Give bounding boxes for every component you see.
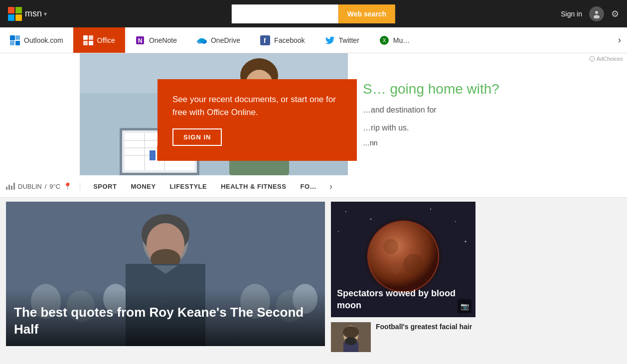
nav-facebook-label: Facebook xyxy=(274,36,305,44)
ad-subtext: …and destination for xyxy=(363,104,612,116)
nav-facebook[interactable]: f Facebook xyxy=(250,27,314,53)
onenote-icon: N xyxy=(135,35,145,45)
main-article-headline: The best quotes from Roy Keane's The Sec… xyxy=(14,304,317,338)
blood-moon-caption: Spectators wowed by blood moon xyxy=(331,282,475,317)
weather-city: DUBLIN xyxy=(18,183,42,190)
svg-point-60 xyxy=(430,209,431,210)
facebook-icon: f xyxy=(260,35,270,45)
nav-onenote-label: OneNote xyxy=(149,36,177,44)
secondary-article[interactable]: Football's greatest facial hair xyxy=(331,322,475,352)
svg-rect-7 xyxy=(15,35,20,40)
svg-text:X: X xyxy=(382,38,386,43)
weather-widget: DUBLIN / 9°C 📍 xyxy=(6,182,80,190)
nav-twitter-label: Twitter xyxy=(339,36,359,44)
ad-choices-label: AdChoices xyxy=(597,56,623,62)
svg-point-68 xyxy=(403,254,423,274)
weather-icon xyxy=(6,183,15,190)
secondary-article-text: Football's greatest facial hair xyxy=(376,322,475,332)
office-dropdown: See your recent documents, or start one … xyxy=(157,79,357,161)
xbox-icon: X xyxy=(379,35,389,45)
ad-heading: S… going home with? xyxy=(363,80,612,98)
svg-text:N: N xyxy=(138,37,143,44)
topbar: msn ▾ Web search Sign in ⚙ xyxy=(0,0,627,27)
msn-logo-icon xyxy=(8,7,22,21)
svg-point-58 xyxy=(345,211,346,212)
svg-point-74 xyxy=(345,337,357,345)
search-bar: Web search xyxy=(232,4,395,23)
category-nav: DUBLIN / 9°C 📍 SPORT MONEY LIFESTYLE HEA… xyxy=(0,175,627,198)
nav-twitter[interactable]: Twitter xyxy=(315,27,369,53)
svg-rect-0 xyxy=(8,7,14,13)
cat-fo[interactable]: FO… xyxy=(293,175,323,198)
nav-onedrive[interactable]: OneDrive xyxy=(187,27,250,53)
nav-office-label: Office xyxy=(97,36,115,44)
svg-point-61 xyxy=(455,221,456,222)
ad-subtext2: …rip with us. xyxy=(363,122,612,134)
office-icon xyxy=(83,35,93,45)
secondary-article-image xyxy=(331,322,371,352)
nav-xbox[interactable]: X Mu… xyxy=(369,27,420,53)
weather-separator: / xyxy=(45,183,47,190)
cat-more-button[interactable]: › xyxy=(325,181,336,192)
cat-lifestyle[interactable]: LIFESTYLE xyxy=(163,175,214,198)
secondary-article-svg xyxy=(331,322,371,352)
twitter-icon xyxy=(325,35,335,45)
svg-rect-2 xyxy=(8,14,14,21)
svg-point-59 xyxy=(370,219,372,220)
blood-moon-article[interactable]: Spectators wowed by blood moon 📷 xyxy=(331,202,475,317)
nav-onenote[interactable]: N OneNote xyxy=(125,27,187,53)
user-avatar[interactable] xyxy=(589,6,604,21)
svg-rect-13 xyxy=(89,41,93,45)
ad-text-area: S… going home with? …and destination for… xyxy=(348,53,627,175)
svg-rect-9 xyxy=(15,41,20,45)
office-dropdown-text: See your recent documents, or start one … xyxy=(172,93,342,119)
ad-choices[interactable]: i AdChoices xyxy=(589,56,623,62)
office-signin-button[interactable]: SIGN IN xyxy=(172,128,222,146)
navbar: Outlook.com Office N OneNote OneDrive f … xyxy=(0,27,627,53)
main-article[interactable]: The best quotes from Roy Keane's The Sec… xyxy=(6,202,325,352)
nav-outlook-label: Outlook.com xyxy=(24,36,63,44)
search-button[interactable]: Web search xyxy=(338,4,395,23)
topbar-right: Sign in ⚙ xyxy=(561,6,619,21)
outlook-icon xyxy=(10,35,20,45)
camera-icon: 📷 xyxy=(458,299,471,313)
main-article-image: The best quotes from Roy Keane's The Sec… xyxy=(6,202,325,346)
cat-money[interactable]: MONEY xyxy=(124,175,162,198)
blood-moon-headline: Spectators wowed by blood moon xyxy=(337,288,470,311)
svg-point-4 xyxy=(595,11,598,14)
search-input[interactable] xyxy=(232,4,338,23)
weather-pin-icon: 📍 xyxy=(63,182,72,190)
user-icon xyxy=(592,9,601,18)
svg-point-63 xyxy=(465,241,467,243)
svg-rect-6 xyxy=(10,35,15,40)
svg-rect-12 xyxy=(83,41,88,45)
settings-icon[interactable]: ⚙ xyxy=(611,8,619,19)
nav-onedrive-label: OneDrive xyxy=(211,36,240,44)
weather-temperature: 9°C xyxy=(49,183,60,190)
msn-chevron-icon: ▾ xyxy=(44,10,47,17)
news-area: The best quotes from Roy Keane's The Sec… xyxy=(0,202,627,352)
main-article-caption: The best quotes from Roy Keane's The Sec… xyxy=(6,289,325,346)
ad-choices-icon: i xyxy=(589,56,595,62)
svg-rect-1 xyxy=(15,7,22,13)
svg-text:i: i xyxy=(592,57,593,61)
svg-rect-8 xyxy=(10,41,14,45)
svg-point-67 xyxy=(383,239,398,254)
nav-xbox-label: Mu… xyxy=(393,36,410,44)
svg-point-72 xyxy=(343,326,359,338)
nav-more-button[interactable]: › xyxy=(612,27,627,53)
cat-sport[interactable]: SPORT xyxy=(86,175,124,198)
svg-rect-33 xyxy=(150,150,156,160)
secondary-article-headline: Football's greatest facial hair xyxy=(376,322,475,332)
cat-health[interactable]: HEALTH & FITNESS xyxy=(214,175,293,198)
svg-point-18 xyxy=(198,38,205,42)
svg-point-62 xyxy=(338,231,339,232)
signin-link[interactable]: Sign in xyxy=(561,10,582,18)
msn-logo[interactable]: msn ▾ xyxy=(8,7,47,21)
main-content: S… going home with? …and destination for… xyxy=(0,53,627,352)
msn-logo-text: msn xyxy=(25,8,42,19)
svg-point-69 xyxy=(391,264,401,274)
nav-outlook[interactable]: Outlook.com xyxy=(0,27,73,53)
svg-rect-3 xyxy=(15,14,22,21)
nav-office[interactable]: Office xyxy=(73,27,125,53)
